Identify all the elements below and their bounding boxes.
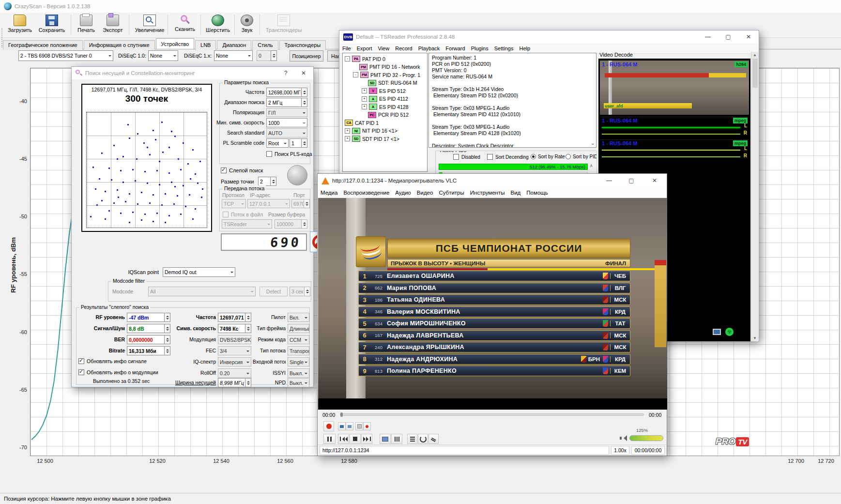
fec-select[interactable]: 3/4 xyxy=(218,346,251,355)
tree-item-sdt-service[interactable]: SDSDT: RUS-064 M xyxy=(368,79,417,87)
rf-level-input[interactable]: -47 dBm xyxy=(127,313,165,322)
ber-input[interactable]: 0,0000000 xyxy=(127,335,165,344)
bitrate-input[interactable]: 16,313 Мби xyxy=(127,346,165,355)
menu-tools[interactable]: Инструменты xyxy=(467,189,508,197)
loop-button[interactable] xyxy=(418,434,428,444)
snapshot-button[interactable] xyxy=(338,422,346,430)
extended-settings-button[interactable] xyxy=(391,434,402,444)
scan-button[interactable]: Сканить xyxy=(171,13,199,39)
menu-help[interactable]: Помощь xyxy=(523,189,550,197)
stream-record-button[interactable] xyxy=(363,422,371,430)
issyi-select[interactable]: Выкл. xyxy=(288,368,309,378)
pls-search-checkbox[interactable]: Поиск PLS-кода xyxy=(266,151,312,157)
dot-size-input[interactable]: 2 xyxy=(258,177,271,186)
loop-ab-button[interactable] xyxy=(346,422,353,430)
tab-style[interactable]: Стиль xyxy=(252,40,278,50)
seek-slider[interactable] xyxy=(340,413,644,416)
diseqc1x-select[interactable]: None xyxy=(214,50,253,61)
video-decode-scrollbar[interactable]: ▲ ▼ xyxy=(751,52,758,341)
input-stream-select[interactable]: Single xyxy=(288,357,309,367)
transponders-button[interactable]: Транспондеры xyxy=(263,13,304,39)
export-button[interactable]: Экспорт xyxy=(100,13,126,39)
vlc-video-area[interactable]: ПСБ ЧЕМПИОНАТ РОССИИ ПРЫЖОК В ВЫСОТУ • Ж… xyxy=(318,198,667,410)
code-mode-select[interactable]: CCM xyxy=(288,335,309,344)
symbol-rate-input[interactable]: 7498 Кс xyxy=(218,324,245,333)
frequency-input[interactable]: 12698,000 МГц xyxy=(266,88,302,97)
positioner-button[interactable]: Позиционер xyxy=(290,50,323,61)
menu-media[interactable]: Медиа xyxy=(318,189,340,197)
load-button[interactable]: Загрузить xyxy=(5,13,35,39)
tree-item-pat[interactable]: -PAPAT PID 0 xyxy=(345,55,385,62)
audio-thumbnail-1[interactable]: 1 - RUS-064 M mpeg L R xyxy=(600,117,749,138)
vlc-close-button[interactable]: ✕ xyxy=(642,174,667,187)
pl-scramble-select[interactable]: Root xyxy=(266,138,289,148)
scroll-down-chevron-icon[interactable]: ⌄ xyxy=(591,140,595,146)
video-thumbnail[interactable]: 1 - RUS-064 M h264 user_afd xyxy=(600,61,749,115)
tuner-select[interactable]: 2 - TBS 6908 DVBS/S2 Tuner 0 xyxy=(18,50,113,61)
menu-audio[interactable]: Аудио xyxy=(392,189,413,197)
sort-descending-checkbox[interactable]: Sort Decending xyxy=(487,154,529,160)
menu-subtitles[interactable]: Субтитры xyxy=(436,189,467,197)
menu-view[interactable]: View xyxy=(375,45,393,52)
position-spinner[interactable] xyxy=(271,50,277,61)
volume-slider[interactable] xyxy=(629,435,663,441)
detect-button[interactable]: Detect xyxy=(260,287,288,296)
shuffle-button[interactable] xyxy=(428,434,439,444)
monitor-icon[interactable] xyxy=(713,329,721,335)
frame-step-button[interactable] xyxy=(355,422,363,430)
time-display[interactable]: 00:00/00:00 xyxy=(631,446,665,455)
tree-item-pmt32[interactable]: -PMPMT PID 32 - Progr. 1 xyxy=(353,71,420,78)
menu-playback[interactable]: Воспроизведение xyxy=(340,189,392,197)
menu-settings[interactable]: Settings xyxy=(491,45,517,52)
stop-button[interactable] xyxy=(350,434,361,444)
disabled-checkbox[interactable]: Disabled xyxy=(453,154,480,160)
menu-view[interactable]: Вид xyxy=(508,189,524,197)
pls-index-input[interactable]: 1 xyxy=(290,138,302,148)
modcode-select[interactable]: All xyxy=(148,287,256,296)
playlist-button[interactable] xyxy=(407,434,417,444)
menu-video[interactable]: Видео xyxy=(414,189,436,197)
tab-satellite-info[interactable]: Информация о спутнике xyxy=(84,40,155,50)
print-button[interactable]: Печать xyxy=(74,13,99,39)
pilot-select[interactable]: Вкл. xyxy=(288,313,309,322)
tree-item-pmt16[interactable]: PMPMT PID 16 - Network xyxy=(359,63,420,71)
tsreader-minimize-button[interactable]: — xyxy=(698,31,718,43)
tree-item-es4128[interactable]: +AES PID 4128 xyxy=(362,103,409,110)
save-button[interactable]: Сохранить xyxy=(36,13,68,39)
tsreader-close-button[interactable]: ✕ xyxy=(738,31,759,43)
tree-item-cat[interactable]: CACAT PID 1 xyxy=(345,119,379,126)
result-freq-input[interactable]: 12697,071 МГ xyxy=(218,313,245,322)
menu-help[interactable]: Help xyxy=(516,45,533,52)
protocol-select[interactable]: TCP xyxy=(222,199,246,208)
sort-by-rate-radio[interactable]: Sort by Rate xyxy=(531,154,565,159)
sort-by-pid-radio[interactable]: Sort by PID xyxy=(566,154,597,159)
tree-item-es512[interactable]: +VES PID 512 xyxy=(362,87,406,94)
ip-select[interactable]: 127.0.0.1 xyxy=(247,199,290,208)
tab-geographic[interactable]: Географическое положение xyxy=(3,40,83,50)
frame-type-select[interactable]: Длинный xyxy=(288,324,309,333)
npd-select[interactable]: Выкл. xyxy=(288,378,309,387)
stream-type-select[interactable]: Transport xyxy=(288,346,309,355)
tree-item-sdt17[interactable]: +SDSDT PID 17 <1> xyxy=(345,135,399,142)
stream-to-file-checkbox[interactable]: Поток в файл xyxy=(223,212,263,217)
position-input[interactable]: 0 xyxy=(257,50,271,61)
polarization-select[interactable]: Г/Л xyxy=(266,108,307,117)
pause-button[interactable] xyxy=(323,434,336,444)
search-range-input[interactable]: 2 МГц xyxy=(266,98,302,107)
next-button[interactable] xyxy=(361,434,372,444)
previous-button[interactable] xyxy=(338,434,349,444)
menu-file[interactable]: File xyxy=(339,45,354,52)
menu-playback[interactable]: Playback xyxy=(415,45,443,52)
port-input[interactable]: 6970 xyxy=(291,199,304,208)
dialog-help-button[interactable]: ? xyxy=(277,67,294,79)
rolloff-select[interactable]: 0.20 xyxy=(218,368,251,378)
menu-export[interactable]: Export xyxy=(354,45,375,52)
blind-search-checkbox[interactable]: Слепой поиск xyxy=(221,168,263,173)
tab-transponders[interactable]: Транспондеры xyxy=(279,40,326,50)
vlc-maximize-button[interactable]: ▢ xyxy=(620,174,642,187)
consumer-select[interactable]: TSReader xyxy=(222,219,272,229)
detect-interval-input[interactable]: 3 сек xyxy=(290,287,305,296)
iq-spectrum-select[interactable]: Инверсия xyxy=(218,357,251,367)
carrier-width-input[interactable]: 8,998 МГц xyxy=(218,378,245,387)
tree-item-nit[interactable]: +NINIT PID 16 <1> xyxy=(345,127,398,135)
